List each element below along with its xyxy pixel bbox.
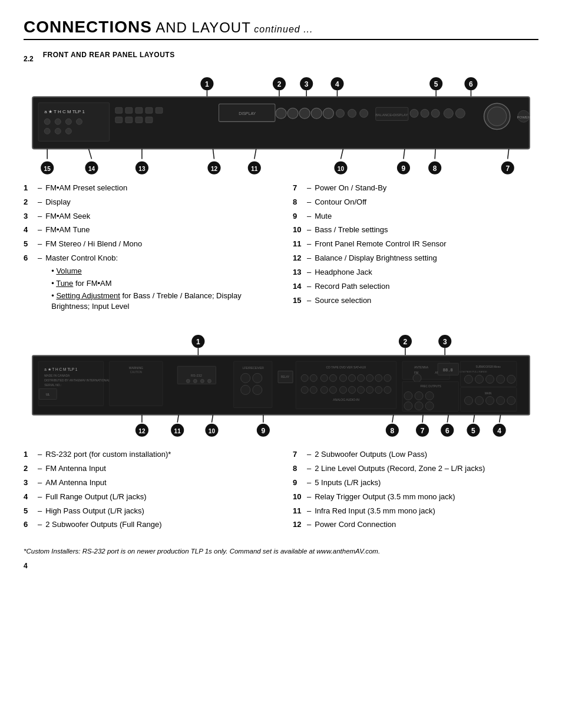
list-item: 10 – Relay Trigger Output (3.5 mm mono j… <box>293 492 538 503</box>
svg-text:15: 15 <box>44 166 51 172</box>
page-number: 4 <box>24 562 538 570</box>
svg-point-121 <box>301 375 308 382</box>
section-title: FRONT AND REAR PANEL LAYOUTS <box>43 51 175 59</box>
list-item: 9 – 5 Inputs (L/R jacks) <box>293 477 538 489</box>
svg-rect-36 <box>146 117 153 123</box>
svg-text:BALANCE•DISPLAY: BALANCE•DISPLAY <box>375 113 408 117</box>
svg-text:FREC OUTPUTS: FREC OUTPUTS <box>421 386 441 388</box>
svg-text:MAIN: MAIN <box>485 393 491 396</box>
svg-point-46 <box>360 109 368 117</box>
section-num: 2.2 <box>24 55 34 63</box>
svg-text:4: 4 <box>497 427 501 435</box>
svg-point-153 <box>425 392 434 400</box>
svg-point-39 <box>276 108 286 118</box>
svg-point-136 <box>349 387 356 394</box>
svg-point-138 <box>366 387 373 394</box>
svg-line-176 <box>392 415 394 423</box>
list-item: 6 – 2 Subwoofer Outputs (Full Range) <box>24 519 269 531</box>
list-item: 1 – FM•AM Preset selection <box>24 183 269 194</box>
svg-text:SUBWOOFER Mono: SUBWOOFER Mono <box>476 366 501 369</box>
svg-text:13: 13 <box>138 166 146 172</box>
svg-rect-29 <box>125 107 133 113</box>
svg-point-49 <box>410 109 418 117</box>
svg-text:7: 7 <box>421 427 425 435</box>
svg-point-161 <box>475 375 483 384</box>
front-panel-svg: 1 2 3 4 5 6 a ★ T H C M TLP 1 <box>24 73 538 183</box>
svg-point-134 <box>329 387 336 394</box>
list-item: 7 – 2 Subwoofer Outputs (Low Pass) <box>293 449 538 460</box>
svg-text:88.8: 88.8 <box>443 368 453 373</box>
svg-point-168 <box>475 397 483 405</box>
svg-text:MADE IN CANADA: MADE IN CANADA <box>44 374 70 378</box>
svg-point-135 <box>339 387 346 394</box>
list-item: 15 – Source selection <box>293 295 538 307</box>
page-header: CONNECTIONS AND LAYOUT continued ... <box>24 18 538 40</box>
svg-line-179 <box>473 415 474 423</box>
svg-text:14: 14 <box>88 166 95 172</box>
svg-point-23 <box>65 118 71 124</box>
svg-point-170 <box>497 397 505 405</box>
svg-text:2: 2 <box>404 338 408 346</box>
svg-point-137 <box>358 387 365 394</box>
svg-point-139 <box>375 387 382 394</box>
svg-text:LOW PASS  FULL RANGE: LOW PASS FULL RANGE <box>459 371 487 374</box>
svg-point-44 <box>336 109 344 117</box>
svg-text:LFE/RECEIVER: LFE/RECEIVER <box>243 367 265 370</box>
svg-point-42 <box>311 108 322 118</box>
list-item: 11 – Front Panel Remote Control IR Senso… <box>293 239 538 250</box>
svg-point-163 <box>497 375 505 384</box>
front-panel-lists: 1 – FM•AM Preset selection 2 – Display 3… <box>24 183 538 317</box>
front-panel-diagram: 1 2 3 4 5 6 a ★ T H C M TLP 1 <box>24 73 538 183</box>
svg-rect-34 <box>125 117 133 123</box>
svg-text:10: 10 <box>209 428 216 434</box>
svg-text:DISTRIBUTED BY ANTHEMAV INTERN: DISTRIBUTED BY ANTHEMAV INTERNATIONAL <box>44 379 110 383</box>
svg-point-55 <box>488 107 507 126</box>
list-item: 3 – FM•AM Seek <box>24 211 269 222</box>
svg-text:ANALOG AUDIO-IN: ANALOG AUDIO-IN <box>333 398 359 401</box>
svg-text:11: 11 <box>251 166 258 172</box>
front-list-left: 1 – FM•AM Preset selection 2 – Display 3… <box>24 183 269 317</box>
svg-point-152 <box>415 392 423 400</box>
svg-point-151 <box>404 392 412 400</box>
svg-text:4: 4 <box>335 80 339 88</box>
svg-text:2: 2 <box>277 80 282 88</box>
svg-line-173 <box>177 415 178 423</box>
svg-point-131 <box>301 387 308 394</box>
front-list-right: 7 – Power On / Stand-By 8 – Contour On/O… <box>293 183 538 317</box>
svg-point-108 <box>193 380 197 383</box>
svg-point-107 <box>186 380 190 383</box>
svg-point-128 <box>366 375 373 382</box>
svg-text:5: 5 <box>434 80 438 88</box>
svg-text:10: 10 <box>338 166 345 172</box>
header-light: AND LAYOUT <box>152 19 251 35</box>
svg-point-171 <box>507 397 515 405</box>
header-continued: continued ... <box>251 24 313 34</box>
svg-line-63 <box>340 149 343 159</box>
svg-point-40 <box>287 108 298 118</box>
svg-rect-28 <box>115 107 123 113</box>
svg-text:RS-232: RS-232 <box>191 374 202 378</box>
svg-text:12: 12 <box>138 428 146 434</box>
svg-text:ANTENNA: ANTENNA <box>414 366 429 370</box>
svg-point-125 <box>339 375 346 382</box>
svg-point-21 <box>44 118 50 124</box>
list-item: 11 – Infra Red Input (3.5 mm mono jack) <box>293 506 538 517</box>
svg-point-155 <box>415 402 423 410</box>
svg-text:RELAY: RELAY <box>281 376 289 379</box>
svg-text:POWER: POWER <box>517 116 531 119</box>
rear-panel-lists: 1 – RS-232 port (for custom installation… <box>24 449 538 533</box>
svg-point-162 <box>486 375 494 384</box>
svg-point-123 <box>320 375 328 382</box>
svg-text:a ★ T H C M  TLP 1: a ★ T H C M TLP 1 <box>44 368 78 372</box>
svg-line-59 <box>89 149 92 159</box>
rear-list-left: 1 – RS-232 port (for custom installation… <box>24 449 269 533</box>
svg-rect-35 <box>135 117 143 123</box>
svg-point-169 <box>486 397 494 405</box>
list-item: 12 – Balance / Display Brightness settin… <box>293 253 538 264</box>
svg-text:CAUTION: CAUTION <box>130 371 142 374</box>
svg-text:5: 5 <box>471 427 475 435</box>
svg-text:8: 8 <box>433 164 437 173</box>
svg-text:9: 9 <box>402 164 406 173</box>
svg-text:CD    TAPE    DVD    VER    SA: CD TAPE DVD VER SAT•AUX <box>326 366 366 370</box>
svg-rect-30 <box>135 107 143 113</box>
